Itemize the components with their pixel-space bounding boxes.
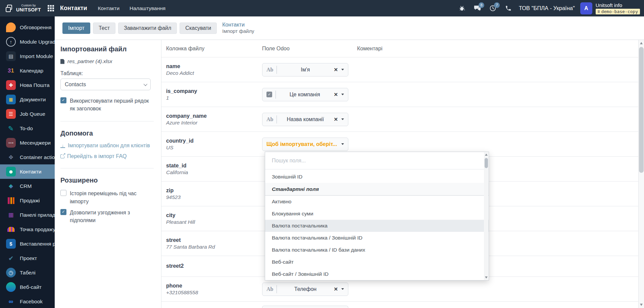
bug-icon[interactable] <box>458 5 466 12</box>
dropdown-section-standard-fields: Стандартні поля <box>265 183 489 196</box>
contacts-icon: ☻ <box>6 167 16 176</box>
table-label: Таблиця: <box>60 70 154 76</box>
sidebar: Обговорення ↑Module Upgrade ▤Import Modu… <box>0 16 55 308</box>
sidebar-item-timesheets[interactable]: ◷Табелі <box>0 265 55 280</box>
module-upgrade-icon: ↑ <box>6 37 16 47</box>
scroll-up-arrow-icon[interactable] <box>485 154 488 156</box>
sidebar-item-calendar[interactable]: 31Календар <box>0 63 55 78</box>
user-avatar[interactable]: A <box>580 2 592 14</box>
page-scrollbar[interactable] <box>638 40 644 308</box>
apps-grid-icon[interactable] <box>48 5 54 11</box>
sidebar-item-documents[interactable]: ▦Документи <box>0 92 55 107</box>
dropdown-item-website-external-id[interactable]: Веб-сайт / Зовнішній ID <box>265 268 489 280</box>
scrollbar-thumb[interactable] <box>485 158 488 168</box>
current-app-name[interactable]: Контакти <box>60 5 87 12</box>
import-template-link[interactable]: ↓ Імпортувати шаблон для клієнтів <box>60 143 154 149</box>
logo-brand: UNITSOFT <box>16 7 41 12</box>
sidebar-item-crm[interactable]: ◆CRM <box>0 179 55 193</box>
external-link-icon: ↗ <box>60 154 64 158</box>
breadcrumb: Контакти Імпорт файлу <box>222 21 254 35</box>
clear-field-icon[interactable]: ✕ <box>334 92 338 98</box>
first-row-header-label: Використовувати перший рядок як заголово… <box>70 97 154 112</box>
field-widget-partial[interactable] <box>262 306 348 308</box>
sidebar-item-nova-poshta[interactable]: ✚Нова Пошта <box>0 78 55 92</box>
clear-field-icon[interactable]: ✕ <box>334 67 338 73</box>
caret-down-icon[interactable] <box>341 94 344 95</box>
breadcrumb-contacts-link[interactable]: Контакти <box>222 21 254 28</box>
scroll-up-arrow-icon[interactable] <box>640 42 643 44</box>
field-widget-company-name[interactable]: Ab Назва компанії ✕ <box>262 113 348 126</box>
website-icon <box>6 282 16 292</box>
first-row-header-checkbox[interactable]: ✓ <box>60 97 66 103</box>
scroll-down-arrow-icon[interactable] <box>640 304 643 306</box>
sidebar-item-website[interactable]: Веб-сайт <box>0 280 55 294</box>
load-file-button[interactable]: Завантажити файл <box>118 22 177 34</box>
menu-item-settings[interactable]: Налаштування <box>130 5 165 11</box>
dropdown-item-website[interactable]: Веб-сайт <box>265 256 489 268</box>
sidebar-item-point-of-sale[interactable]: Точка продажу <box>0 222 55 237</box>
caret-down-icon[interactable] <box>341 143 344 145</box>
scroll-down-arrow-icon[interactable] <box>485 276 488 278</box>
activities-icon[interactable]: 7 <box>489 5 497 12</box>
field-widget-is-company[interactable]: ✓ Це компанія ✕ <box>262 88 348 101</box>
field-search-input[interactable] <box>272 158 472 164</box>
dropdown-item-active[interactable]: Активно <box>265 196 489 208</box>
import-faq-link[interactable]: ↗ Перейдіть в імпорт FAQ <box>60 153 154 159</box>
advanced-title: Розширено <box>60 176 154 184</box>
messengers-icon: ⋯ <box>6 138 16 148</box>
sidebar-item-facebook[interactable]: ∞Facebook <box>0 294 55 308</box>
facebook-icon: ∞ <box>6 297 16 306</box>
import-button[interactable]: Імпорт <box>62 22 90 34</box>
caret-down-icon[interactable] <box>341 69 344 70</box>
test-button[interactable]: Тест <box>93 22 115 34</box>
scrollbar-thumb[interactable] <box>639 47 644 173</box>
menu-item-contacts[interactable]: Контакти <box>98 5 119 11</box>
dropdown-item-supplier-currency-db-id[interactable]: Валюта постачальника / ID бази даних <box>265 244 489 256</box>
sidebar-item-dashboards[interactable]: ▦Панелі приладів <box>0 208 55 222</box>
sidebar-item-sales[interactable]: Продажі <box>0 193 55 208</box>
user-name[interactable]: Unitsoft info <box>596 2 622 8</box>
caret-down-icon[interactable] <box>341 118 344 120</box>
caret-down-icon[interactable] <box>341 288 344 290</box>
sidebar-item-contacts[interactable]: ☻Контакти <box>0 164 55 179</box>
sidebar-item-todo[interactable]: ✎To-do <box>0 121 55 136</box>
header-comments: Коментарі <box>357 46 638 52</box>
todo-icon: ✎ <box>6 123 16 133</box>
field-widget-name[interactable]: Ab Ім'я ✕ <box>262 63 348 76</box>
help-title: Допомога <box>60 130 154 137</box>
import-module-icon: ▤ <box>6 51 16 61</box>
imported-file-title: Імпортований файл <box>60 45 154 53</box>
crm-icon: ◆ <box>6 181 16 191</box>
clear-field-icon[interactable]: ✕ <box>334 286 338 292</box>
top-navbar: Custom by UNITSOFT Контакти Контакти Нал… <box>0 0 644 16</box>
header-odoo-field: Поле Odoo <box>262 46 357 52</box>
sidebar-item-discuss[interactable]: Обговорення <box>0 20 55 35</box>
dropdown-scrollbar[interactable] <box>484 152 488 280</box>
field-widget-country-id[interactable]: Щоб імпортувати, оберіт... <box>262 138 348 151</box>
dropdown-item-supplier-currency-external-id[interactable]: Валюта постачальника / Зовнішній ID <box>265 232 489 244</box>
app-menu: Контакти Налаштування <box>98 5 166 11</box>
sidebar-item-job-queue[interactable]: ☰Job Queue <box>0 107 55 121</box>
phone-icon[interactable] <box>505 5 512 12</box>
sidebar-item-invoicing[interactable]: $Виставлення ра... <box>0 237 55 251</box>
subfields-matching-checkbox[interactable]: ✓ <box>60 209 66 215</box>
track-history-checkbox[interactable] <box>60 190 66 196</box>
sidebar-item-container-actions[interactable]: ❖Container actions <box>0 150 55 164</box>
dropdown-item-external-id[interactable]: Зовнішній ID <box>265 171 489 183</box>
company-name[interactable]: ТОВ "БПЛА - Україна" <box>519 5 575 11</box>
sidebar-item-messengers[interactable]: ⋯Месенджери <box>0 136 55 150</box>
field-select-dropdown: Зовнішній ID Стандартні поля Активно Бло… <box>265 152 489 280</box>
clear-field-icon[interactable]: ✕ <box>334 116 338 122</box>
track-history-label: Історія переміщень під час імпорту <box>70 190 154 205</box>
field-widget-phone[interactable]: Ab Телефон ✕ <box>262 283 348 296</box>
sidebar-item-import-module[interactable]: ▤Import Module <box>0 49 55 63</box>
messages-icon[interactable]: 8 <box>474 5 481 12</box>
table-select[interactable]: Contacts <box>60 79 151 90</box>
dropdown-item-supplier-currency[interactable]: Валюта постачальника <box>265 220 489 232</box>
invoicing-icon: $ <box>6 239 16 249</box>
cancel-button[interactable]: Скасувати <box>180 22 217 34</box>
sidebar-item-project[interactable]: ✔Проект <box>0 251 55 265</box>
messages-count-badge: 8 <box>479 2 484 8</box>
sidebar-item-module-upgrade[interactable]: ↑Module Upgrade <box>0 35 55 49</box>
dropdown-item-amount-block[interactable]: Блокування суми <box>265 208 489 220</box>
